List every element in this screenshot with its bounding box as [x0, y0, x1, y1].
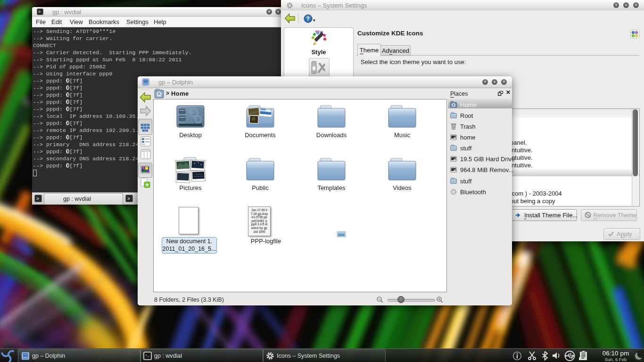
svg-text:>: > — [127, 197, 130, 202]
svg-text:>: > — [36, 197, 39, 202]
svg-text:>: > — [38, 10, 41, 15]
svg-text:?: ? — [306, 16, 310, 22]
svg-text:›_: ›_ — [145, 354, 149, 357]
